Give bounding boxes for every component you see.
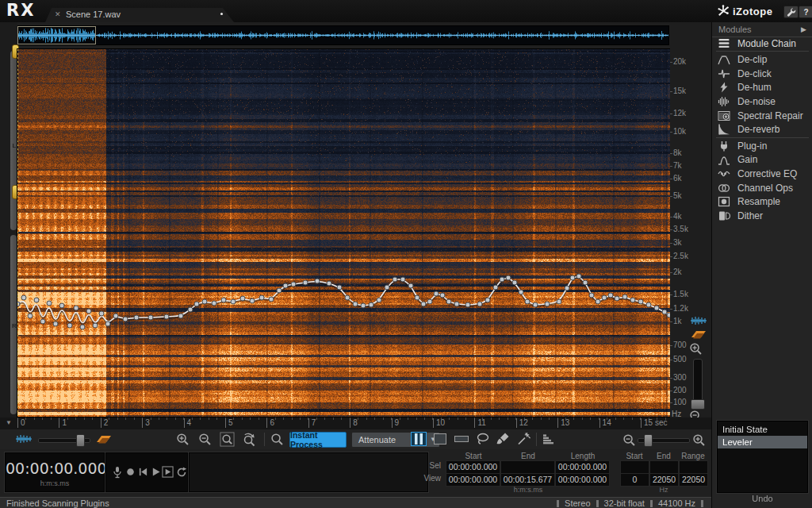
freq-tick-label: 500	[673, 355, 687, 364]
channel-strip-left[interactable]	[10, 51, 17, 230]
freq-tick-label: 700	[673, 341, 687, 349]
spectrogram-canvas[interactable]	[17, 49, 670, 417]
undo-history-list[interactable]: Initial StateLeveler	[717, 421, 808, 493]
ruler-tick-label: 11	[474, 418, 485, 428]
waveform-view-toggle[interactable]	[689, 315, 708, 326]
de-click-icon	[718, 68, 730, 79]
undo-label: Undo	[712, 494, 812, 503]
module-item-de-noise[interactable]: De-noise	[712, 94, 812, 108]
module-item-label: De-noise	[737, 96, 776, 107]
freq-tick-label: 3.5k	[673, 225, 688, 233]
module-item-label: Resample	[737, 196, 780, 207]
frequency-field[interactable]: 0	[620, 473, 649, 487]
module-item-de-reverb[interactable]: De-reverb	[712, 123, 812, 137]
freq-tick-label: 15k	[673, 87, 686, 95]
time-frequency-selection-tool[interactable]	[432, 432, 448, 446]
module-item-module-chain[interactable]: Module Chain	[712, 37, 812, 50]
help-button[interactable]: ?	[799, 6, 812, 18]
title-bar: RX ✕ Scene 17.wav iZotope ?	[0, 0, 812, 22]
module-item-plug-in[interactable]: Plug-in	[712, 139, 812, 152]
ruler-tick-label: 15	[641, 418, 653, 428]
module-item-label: Corrective EQ	[737, 168, 797, 179]
frequency-field[interactable]	[620, 460, 649, 474]
modules-panel-header[interactable]: Modules ▶	[712, 24, 812, 37]
spectrogram-display-icon[interactable]	[94, 433, 113, 444]
freq-tick-label: 1.2k	[673, 304, 688, 313]
zoom-history-button[interactable]	[242, 432, 257, 447]
frequency-field[interactable]: 22050	[649, 473, 679, 487]
ruler-tick-label: 4	[184, 418, 192, 428]
ruler-marker-icon: ▼	[6, 419, 12, 426]
module-item-label: Gain	[737, 154, 757, 165]
frequency-field[interactable]	[649, 460, 679, 474]
module-item-label: Spectral Repair	[737, 110, 803, 121]
process-mode-value: Attenuate	[358, 435, 396, 444]
status-separator	[596, 500, 599, 507]
time-selection-tool[interactable]	[411, 432, 427, 446]
time-ruler[interactable]: ▼ sec 0123456789101112131415	[0, 418, 711, 429]
spectrogram-view-toggle[interactable]	[689, 329, 708, 340]
module-item-corrective-eq[interactable]: Corrective EQ	[712, 167, 812, 180]
zoom-in-button[interactable]	[175, 432, 190, 447]
frequency-column-header: End	[657, 452, 671, 460]
process-mode-dropdown[interactable]: Attenuate ▼	[351, 432, 440, 448]
waveform-display-icon[interactable]	[14, 433, 33, 444]
zoom-selection-button[interactable]	[220, 432, 235, 447]
tab-label: Scene 17.wav	[66, 10, 121, 19]
ruler-tick-label: 7	[308, 418, 316, 428]
vertical-zoom-in-icon[interactable]	[688, 341, 703, 356]
frequency-info-panel: StartEndRange02205022050Hz	[0, 449, 711, 497]
module-item-dither[interactable]: Dither	[712, 209, 812, 222]
status-separator	[557, 500, 559, 507]
frequency-field[interactable]: 22050	[679, 473, 708, 487]
module-item-gain[interactable]: Gain	[712, 153, 812, 167]
rx-application-window: RX ✕ Scene 17.wav iZotope ? L R 20k15k12…	[0, 0, 812, 508]
module-item-label: Channel Ops	[737, 183, 793, 194]
ruler-tick-label: 5	[225, 418, 233, 428]
brush-selection-tool[interactable]	[496, 432, 511, 446]
history-item[interactable]: Leveler	[718, 436, 807, 448]
frequency-unit-label: Hz	[660, 486, 668, 494]
magic-wand-tool[interactable]	[516, 432, 532, 446]
freq-tick-label: 3k	[673, 238, 682, 247]
settings-button[interactable]	[783, 6, 799, 18]
lasso-selection-tool[interactable]	[475, 432, 491, 446]
modules-group-separator	[716, 137, 809, 138]
freq-tick-label: 4k	[673, 212, 682, 221]
waveform-overview[interactable]	[17, 26, 668, 44]
horizontal-zoom-handle[interactable]	[644, 434, 653, 447]
levels-display-icon[interactable]	[542, 432, 557, 446]
frequency-column-header: Range	[681, 452, 704, 460]
module-item-resample[interactable]: Resample	[712, 195, 812, 209]
magnify-tool-button[interactable]	[270, 432, 285, 447]
display-blend-handle[interactable]	[76, 434, 85, 447]
instant-process-button[interactable]: Instant Process	[289, 432, 347, 448]
modules-panel: Modules ▶ Module ChainDe-clipDe-clickDe-…	[711, 22, 812, 508]
module-item-de-click[interactable]: De-click	[712, 67, 812, 80]
document-tab[interactable]: ✕ Scene 17.wav	[45, 8, 234, 22]
status-separator	[650, 500, 653, 507]
ruler-tick-label: 10	[433, 418, 445, 428]
ruler-tick-label: 2	[101, 418, 109, 428]
frequency-field[interactable]	[679, 460, 708, 474]
module-item-spectral-repair[interactable]: Spectral Repair	[712, 109, 812, 122]
toolbar-divider	[536, 433, 537, 446]
freq-tick-label: 20k	[673, 57, 686, 66]
tab-close-icon[interactable]: ✕	[55, 10, 61, 18]
freq-tick-label: 300	[673, 373, 687, 382]
transport-section: 00:00:00.000 h:m:s.ms L-Inf.R-Inf.-Inf.-…	[0, 449, 711, 497]
corrective-eq-icon	[718, 168, 730, 179]
horizontal-zoom-out-button[interactable]	[622, 433, 637, 448]
status-segment: 44100 Hz	[658, 498, 695, 508]
module-item-label: De-click	[737, 68, 772, 79]
frequency-selection-tool[interactable]	[454, 432, 469, 446]
module-item-de-hum[interactable]: De-hum	[712, 81, 812, 94]
history-item[interactable]: Initial State	[718, 423, 807, 436]
channel-label-left: L	[11, 142, 17, 149]
ruler-tick-label: 12	[516, 418, 528, 428]
zoom-out-button[interactable]	[197, 432, 213, 447]
horizontal-zoom-in-button[interactable]	[691, 433, 707, 448]
module-item-de-clip[interactable]: De-clip	[712, 53, 812, 67]
ruler-unit-label: sec	[655, 418, 668, 428]
module-item-channel-ops[interactable]: Channel Ops	[712, 181, 812, 194]
